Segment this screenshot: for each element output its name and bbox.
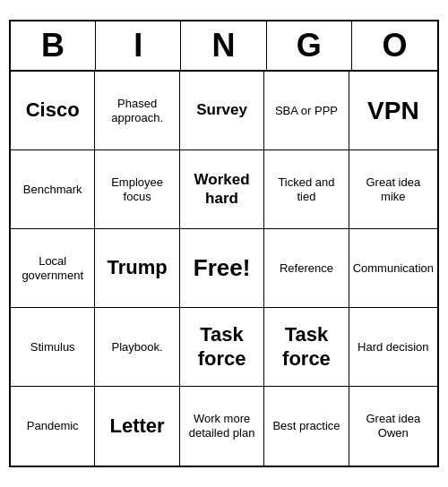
bingo-cell: Ticked and tied: [264, 150, 349, 229]
bingo-cell: Reference: [264, 229, 349, 308]
bingo-cell: Trump: [95, 229, 179, 308]
bingo-cell: Phased approach.: [95, 72, 179, 150]
bingo-cell: Cisco: [11, 72, 95, 150]
bingo-cell: Letter: [95, 387, 179, 466]
header-letter: G: [267, 21, 352, 70]
bingo-cell: Survey: [180, 72, 264, 150]
bingo-cell: Local government: [11, 229, 95, 308]
bingo-cell: Stimulus: [11, 308, 95, 387]
header-letter: I: [96, 21, 181, 70]
bingo-cell: Task force: [180, 308, 264, 387]
bingo-cell: Employee focus: [95, 150, 179, 229]
bingo-cell: Work more detailed plan: [180, 387, 264, 466]
header-letter: N: [181, 21, 266, 70]
bingo-cell: Great idea mike: [349, 150, 437, 229]
bingo-cell: Great idea Owen: [349, 387, 437, 466]
bingo-card: BINGO CiscoPhased approach.SurveySBA or …: [9, 20, 439, 467]
bingo-grid: CiscoPhased approach.SurveySBA or PPPVPN…: [11, 72, 437, 466]
bingo-cell: Pandemic: [11, 387, 95, 466]
bingo-cell: Free!: [180, 229, 264, 308]
bingo-cell: VPN: [349, 72, 437, 150]
bingo-cell: Playbook.: [95, 308, 179, 387]
bingo-cell: Worked hard: [180, 150, 264, 229]
bingo-cell: Communication: [349, 229, 437, 308]
bingo-cell: Task force: [264, 308, 349, 387]
bingo-cell: Best practice: [264, 387, 349, 466]
header-letter: B: [11, 21, 96, 70]
header-letter: O: [352, 21, 437, 70]
bingo-cell: Hard decision: [349, 308, 437, 387]
bingo-cell: Benchmark: [11, 150, 95, 229]
bingo-cell: SBA or PPP: [264, 72, 349, 150]
bingo-header: BINGO: [11, 21, 437, 72]
